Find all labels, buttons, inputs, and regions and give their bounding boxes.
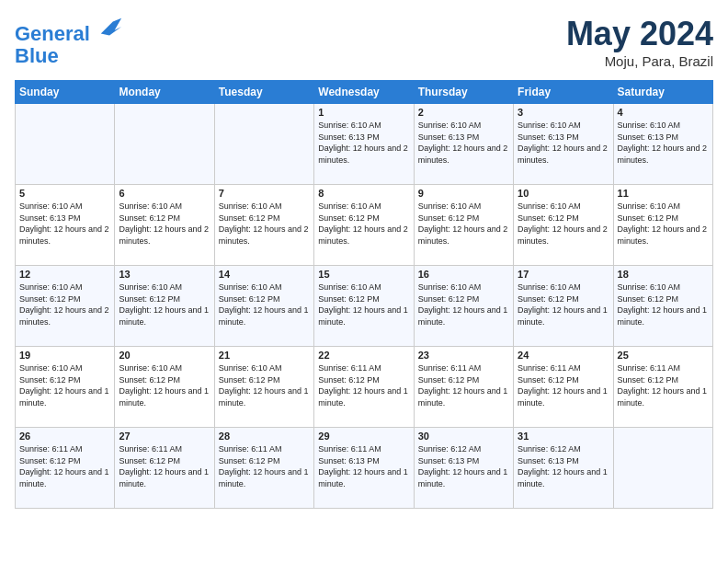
weekday-header-sunday: Sunday bbox=[16, 81, 115, 104]
calendar-week-2: 5Sunrise: 6:10 AM Sunset: 6:13 PM Daylig… bbox=[16, 185, 713, 266]
day-number: 26 bbox=[19, 431, 110, 442]
day-number: 29 bbox=[318, 431, 409, 442]
calendar-cell: 5Sunrise: 6:10 AM Sunset: 6:13 PM Daylig… bbox=[16, 185, 115, 266]
calendar-week-1: 1Sunrise: 6:10 AM Sunset: 6:13 PM Daylig… bbox=[16, 104, 713, 185]
page-header: General Blue May 2024 Moju, Para, Brazil bbox=[15, 15, 713, 69]
logo-line1: General bbox=[15, 22, 90, 45]
day-number: 19 bbox=[19, 350, 110, 361]
day-info: Sunrise: 6:11 AM Sunset: 6:12 PM Dayligh… bbox=[318, 362, 409, 408]
calendar-cell: 4Sunrise: 6:10 AM Sunset: 6:13 PM Daylig… bbox=[613, 104, 712, 185]
calendar-cell: 16Sunrise: 6:10 AM Sunset: 6:12 PM Dayli… bbox=[414, 266, 513, 347]
calendar-cell: 7Sunrise: 6:10 AM Sunset: 6:12 PM Daylig… bbox=[214, 185, 313, 266]
day-info: Sunrise: 6:10 AM Sunset: 6:12 PM Dayligh… bbox=[219, 362, 310, 408]
calendar-cell: 13Sunrise: 6:10 AM Sunset: 6:12 PM Dayli… bbox=[115, 266, 214, 347]
calendar-cell: 30Sunrise: 6:12 AM Sunset: 6:13 PM Dayli… bbox=[414, 428, 513, 509]
calendar-week-5: 26Sunrise: 6:11 AM Sunset: 6:12 PM Dayli… bbox=[16, 428, 713, 509]
calendar-cell: 28Sunrise: 6:11 AM Sunset: 6:12 PM Dayli… bbox=[214, 428, 313, 509]
calendar-cell: 26Sunrise: 6:11 AM Sunset: 6:12 PM Dayli… bbox=[16, 428, 115, 509]
calendar-cell: 25Sunrise: 6:11 AM Sunset: 6:12 PM Dayli… bbox=[613, 347, 712, 428]
day-number: 17 bbox=[518, 269, 609, 280]
calendar-cell: 18Sunrise: 6:10 AM Sunset: 6:12 PM Dayli… bbox=[613, 266, 712, 347]
calendar-cell: 1Sunrise: 6:10 AM Sunset: 6:13 PM Daylig… bbox=[314, 104, 414, 185]
calendar-cell: 23Sunrise: 6:11 AM Sunset: 6:12 PM Dayli… bbox=[414, 347, 513, 428]
day-info: Sunrise: 6:10 AM Sunset: 6:12 PM Dayligh… bbox=[418, 282, 509, 327]
title-block: May 2024 Moju, Para, Brazil bbox=[566, 15, 713, 69]
calendar-cell bbox=[16, 104, 115, 185]
day-info: Sunrise: 6:12 AM Sunset: 6:13 PM Dayligh… bbox=[518, 443, 609, 489]
day-info: Sunrise: 6:12 AM Sunset: 6:13 PM Dayligh… bbox=[418, 443, 509, 489]
calendar-cell: 10Sunrise: 6:10 AM Sunset: 6:12 PM Dayli… bbox=[514, 185, 613, 266]
weekday-header-wednesday: Wednesday bbox=[314, 81, 414, 104]
calendar-week-4: 19Sunrise: 6:10 AM Sunset: 6:12 PM Dayli… bbox=[16, 347, 713, 428]
calendar-cell: 2Sunrise: 6:10 AM Sunset: 6:13 PM Daylig… bbox=[414, 104, 513, 185]
day-number: 12 bbox=[19, 269, 110, 280]
day-number: 10 bbox=[518, 188, 609, 199]
logo-bird-icon bbox=[97, 15, 123, 40]
calendar-cell: 20Sunrise: 6:10 AM Sunset: 6:12 PM Dayli… bbox=[115, 347, 214, 428]
weekday-header-monday: Monday bbox=[115, 81, 214, 104]
day-info: Sunrise: 6:10 AM Sunset: 6:12 PM Dayligh… bbox=[618, 282, 709, 327]
day-number: 18 bbox=[618, 269, 709, 280]
svg-marker-0 bbox=[101, 18, 121, 36]
day-info: Sunrise: 6:10 AM Sunset: 6:12 PM Dayligh… bbox=[518, 282, 609, 327]
day-number: 20 bbox=[119, 350, 210, 361]
day-info: Sunrise: 6:10 AM Sunset: 6:12 PM Dayligh… bbox=[219, 282, 310, 327]
day-info: Sunrise: 6:11 AM Sunset: 6:12 PM Dayligh… bbox=[19, 443, 110, 489]
logo-line2: Blue bbox=[15, 45, 123, 67]
calendar-cell: 17Sunrise: 6:10 AM Sunset: 6:12 PM Dayli… bbox=[514, 266, 613, 347]
month-year: May 2024 bbox=[566, 15, 713, 53]
day-number: 16 bbox=[418, 269, 509, 280]
day-info: Sunrise: 6:11 AM Sunset: 6:12 PM Dayligh… bbox=[618, 362, 709, 408]
day-info: Sunrise: 6:10 AM Sunset: 6:13 PM Dayligh… bbox=[318, 120, 409, 166]
day-number: 1 bbox=[318, 107, 409, 118]
calendar-week-3: 12Sunrise: 6:10 AM Sunset: 6:12 PM Dayli… bbox=[16, 266, 713, 347]
day-number: 23 bbox=[418, 350, 509, 361]
weekday-header-tuesday: Tuesday bbox=[214, 81, 313, 104]
calendar-cell: 27Sunrise: 6:11 AM Sunset: 6:12 PM Dayli… bbox=[115, 428, 214, 509]
day-info: Sunrise: 6:10 AM Sunset: 6:12 PM Dayligh… bbox=[119, 201, 210, 247]
calendar-cell: 3Sunrise: 6:10 AM Sunset: 6:13 PM Daylig… bbox=[514, 104, 613, 185]
calendar-cell: 19Sunrise: 6:10 AM Sunset: 6:12 PM Dayli… bbox=[16, 347, 115, 428]
day-info: Sunrise: 6:11 AM Sunset: 6:13 PM Dayligh… bbox=[318, 443, 409, 489]
day-info: Sunrise: 6:10 AM Sunset: 6:12 PM Dayligh… bbox=[119, 282, 210, 327]
logo: General Blue bbox=[15, 15, 123, 67]
day-info: Sunrise: 6:10 AM Sunset: 6:12 PM Dayligh… bbox=[418, 201, 509, 247]
day-info: Sunrise: 6:10 AM Sunset: 6:12 PM Dayligh… bbox=[318, 201, 409, 247]
calendar-cell: 6Sunrise: 6:10 AM Sunset: 6:12 PM Daylig… bbox=[115, 185, 214, 266]
day-number: 25 bbox=[618, 350, 709, 361]
day-info: Sunrise: 6:10 AM Sunset: 6:12 PM Dayligh… bbox=[19, 282, 110, 327]
day-number: 9 bbox=[418, 188, 509, 199]
day-info: Sunrise: 6:10 AM Sunset: 6:13 PM Dayligh… bbox=[418, 120, 509, 166]
day-info: Sunrise: 6:10 AM Sunset: 6:12 PM Dayligh… bbox=[518, 201, 609, 247]
day-info: Sunrise: 6:10 AM Sunset: 6:12 PM Dayligh… bbox=[318, 282, 409, 327]
day-number: 6 bbox=[119, 188, 210, 199]
location: Moju, Para, Brazil bbox=[566, 53, 713, 69]
day-number: 30 bbox=[418, 431, 509, 442]
calendar-cell bbox=[613, 428, 712, 509]
calendar-cell: 12Sunrise: 6:10 AM Sunset: 6:12 PM Dayli… bbox=[16, 266, 115, 347]
day-number: 14 bbox=[219, 269, 310, 280]
day-info: Sunrise: 6:10 AM Sunset: 6:13 PM Dayligh… bbox=[518, 120, 609, 166]
day-number: 22 bbox=[318, 350, 409, 361]
day-number: 21 bbox=[219, 350, 310, 361]
day-number: 31 bbox=[518, 431, 609, 442]
calendar-cell: 29Sunrise: 6:11 AM Sunset: 6:13 PM Dayli… bbox=[314, 428, 414, 509]
day-info: Sunrise: 6:10 AM Sunset: 6:12 PM Dayligh… bbox=[19, 362, 110, 408]
day-info: Sunrise: 6:11 AM Sunset: 6:12 PM Dayligh… bbox=[119, 443, 210, 489]
calendar-cell: 15Sunrise: 6:10 AM Sunset: 6:12 PM Dayli… bbox=[314, 266, 414, 347]
weekday-header-row: SundayMondayTuesdayWednesdayThursdayFrid… bbox=[16, 81, 713, 104]
day-number: 5 bbox=[19, 188, 110, 199]
logo-text: General bbox=[15, 15, 123, 45]
day-number: 4 bbox=[618, 107, 709, 118]
day-number: 11 bbox=[618, 188, 709, 199]
calendar-cell: 8Sunrise: 6:10 AM Sunset: 6:12 PM Daylig… bbox=[314, 185, 414, 266]
weekday-header-saturday: Saturday bbox=[613, 81, 712, 104]
day-number: 13 bbox=[119, 269, 210, 280]
calendar-cell bbox=[214, 104, 313, 185]
calendar-cell: 21Sunrise: 6:10 AM Sunset: 6:12 PM Dayli… bbox=[214, 347, 313, 428]
day-number: 8 bbox=[318, 188, 409, 199]
day-number: 7 bbox=[219, 188, 310, 199]
day-info: Sunrise: 6:10 AM Sunset: 6:12 PM Dayligh… bbox=[618, 201, 709, 247]
calendar-cell: 14Sunrise: 6:10 AM Sunset: 6:12 PM Dayli… bbox=[214, 266, 313, 347]
day-info: Sunrise: 6:10 AM Sunset: 6:12 PM Dayligh… bbox=[219, 201, 310, 247]
